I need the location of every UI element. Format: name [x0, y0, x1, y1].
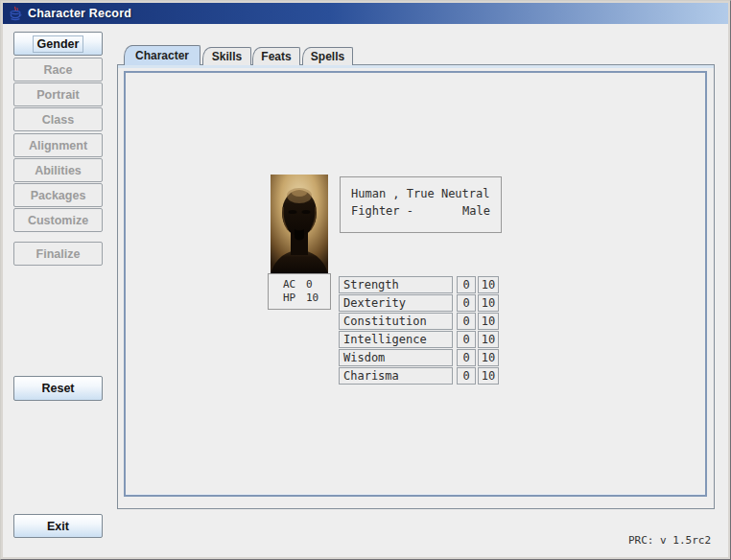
class-button-label: Class [42, 113, 74, 127]
ability-name: Intelligence [339, 331, 453, 348]
version-label: PRC: v 1.5rc2 [628, 534, 711, 547]
gender-button[interactable]: Gender [13, 32, 103, 56]
finalize-button-label: Finalize [36, 247, 81, 261]
ability-modifier: 0 [457, 349, 476, 366]
customize-button-label: Customize [28, 214, 88, 227]
ability-row-intelligence: Intelligence 0 10 [339, 331, 499, 348]
race-button-label: Race [44, 63, 73, 77]
tab-skills[interactable]: Skills [202, 47, 251, 65]
character-record-window: Character Record Gender Race Portrait Cl… [0, 0, 731, 560]
gender-button-label: Gender [34, 36, 83, 52]
ac-row: AC 0 [269, 278, 330, 292]
character-portrait [271, 175, 328, 273]
tab-character-label: Character [135, 49, 189, 62]
customize-button: Customize [13, 208, 103, 232]
exit-button[interactable]: Exit [13, 514, 103, 538]
summary-race-alignment: Human , True Neutral [351, 187, 490, 200]
ability-score: 10 [478, 276, 499, 293]
race-button: Race [13, 58, 103, 82]
ac-hp-box: AC 0 HP 10 [268, 273, 331, 310]
character-summary-box: Human , True Neutral Fighter - Male [340, 176, 502, 233]
ability-name: Dexterity [339, 294, 453, 312]
hp-row: HP 10 [269, 292, 330, 305]
exit-button-label: Exit [47, 520, 69, 533]
hp-value: 10 [306, 292, 318, 305]
tab-skills-label: Skills [212, 50, 242, 63]
ability-row-strength: Strength 0 10 [339, 276, 499, 293]
titlebar[interactable]: Character Record [3, 3, 728, 24]
tab-character[interactable]: Character [124, 45, 200, 65]
tab-feats[interactable]: Feats [252, 47, 300, 65]
ability-score: 10 [478, 367, 499, 385]
ability-modifier: 0 [457, 313, 476, 330]
abilities-button: Abilities [13, 158, 103, 182]
tab-spells-label: Spells [311, 50, 344, 63]
portrait-button: Portrait [13, 82, 103, 106]
ability-modifier: 0 [457, 331, 476, 348]
class-button: Class [13, 107, 103, 131]
abilities-button-label: Abilities [35, 164, 82, 177]
packages-button: Packages [13, 183, 103, 207]
ac-value: 0 [306, 278, 313, 292]
ability-name: Strength [339, 276, 453, 293]
ability-score: 10 [478, 294, 499, 312]
hp-label: HP [283, 292, 306, 305]
ability-row-wisdom: Wisdom 0 10 [339, 349, 499, 366]
reset-button-label: Reset [41, 382, 74, 395]
ability-name: Charisma [339, 367, 453, 385]
ability-score: 10 [478, 331, 499, 348]
ability-modifier: 0 [457, 294, 476, 312]
ability-name: Constitution [339, 313, 453, 330]
finalize-button: Finalize [13, 242, 103, 266]
portrait-button-label: Portrait [36, 88, 79, 102]
ability-modifier: 0 [457, 276, 476, 293]
alignment-button: Alignment [13, 133, 103, 157]
ability-row-constitution: Constitution 0 10 [339, 313, 499, 330]
window-title: Character Record [28, 7, 131, 20]
ability-name: Wisdom [339, 349, 453, 366]
ability-row-charisma: Charisma 0 10 [339, 367, 499, 385]
alignment-button-label: Alignment [29, 139, 87, 152]
tab-spells[interactable]: Spells [302, 47, 353, 65]
packages-button-label: Packages [31, 189, 86, 202]
java-cup-icon [8, 6, 23, 21]
ability-score: 10 [478, 313, 499, 330]
reset-button[interactable]: Reset [13, 376, 103, 401]
ability-modifier: 0 [457, 367, 476, 385]
summary-class: Fighter - [351, 204, 413, 218]
ability-score: 10 [478, 349, 499, 366]
ac-label: AC [283, 278, 306, 292]
ability-row-dexterity: Dexterity 0 10 [339, 294, 499, 312]
tab-feats-label: Feats [261, 50, 291, 63]
summary-gender: Male [462, 204, 490, 218]
